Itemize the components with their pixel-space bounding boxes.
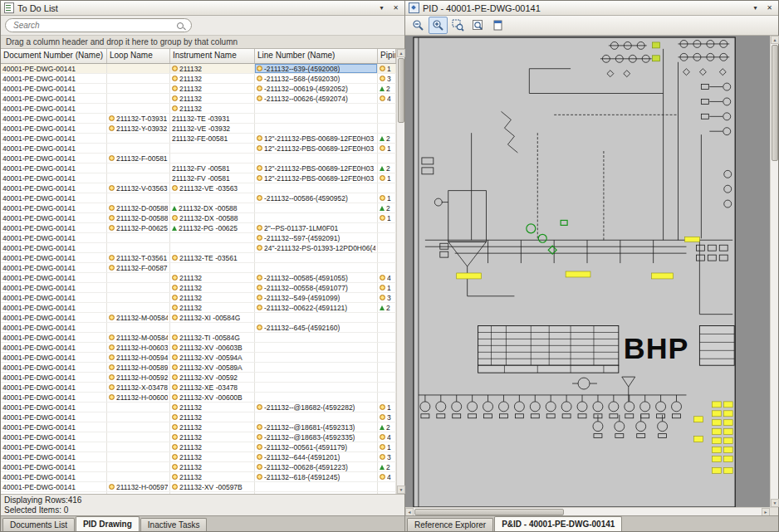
- table-row[interactable]: 40001-PE-DWG-00141211132-F-00581: [1, 154, 396, 164]
- grid-cell: [107, 193, 170, 203]
- table-row[interactable]: 40001-PE-DWG-00141211132-P-00625211132-P…: [1, 223, 396, 233]
- table-row[interactable]: 40001-PE-DWG-0014112"-211132-PBS-00689-1…: [1, 144, 396, 154]
- table-row[interactable]: 40001-PE-DWG-00141211132-H-00600211132-X…: [1, 393, 396, 403]
- scrollbar-thumb[interactable]: [398, 58, 404, 123]
- grid-cell: [378, 124, 396, 133]
- zoom-area-button[interactable]: [448, 17, 468, 34]
- table-row[interactable]: 40001-PE-DWG-00141211132-211132--00585-(…: [1, 273, 396, 283]
- group-by-bar[interactable]: Drag a column header and drop it here to…: [1, 35, 404, 49]
- table-row[interactable]: 40001-PE-DWG-00141211132-D-00588211132-D…: [1, 203, 396, 213]
- sun-icon: [257, 235, 262, 241]
- table-row[interactable]: 40001-PE-DWG-00141211132-H-00594211132-X…: [1, 353, 396, 363]
- table-row[interactable]: 40001-PE-DWG-00141211132-Y-03932211132-V…: [1, 124, 396, 134]
- grid-cell: -211132--00561-(4591179): [255, 442, 378, 451]
- table-row[interactable]: 40001-PE-DWG-00141211132-M-00584211132-X…: [1, 313, 396, 323]
- tab-reference-explorer[interactable]: Reference Explorer: [407, 518, 493, 531]
- table-row[interactable]: 40001-PE-DWG-00141211132-211132--@18681-…: [1, 422, 396, 432]
- table-row[interactable]: 40001-PE-DWG-001412111323: [1, 412, 396, 422]
- pin-icon[interactable]: ▾: [750, 2, 761, 13]
- table-row[interactable]: 40001-PE-DWG-00141211132-211132--@18682-…: [1, 403, 396, 412]
- scroll-up-icon[interactable]: ▲: [771, 36, 779, 44]
- cell-text: 1: [387, 144, 391, 153]
- canvas-vertical-scrollbar[interactable]: ▲ ▼: [770, 36, 778, 507]
- sun-icon: [380, 474, 385, 480]
- table-row[interactable]: 40001-PE-DWG-00141211132-T-03931211132-T…: [1, 114, 396, 124]
- close-icon[interactable]: ✕: [390, 2, 401, 13]
- table-row[interactable]: 40001-PE-DWG-00141211132-211132--00619-(…: [1, 84, 396, 94]
- grid-vertical-scrollbar[interactable]: ▲ ▼: [396, 49, 404, 494]
- cell-text: 12"-211132-PBS-00689-12FE0H03: [264, 144, 374, 153]
- scroll-up-icon[interactable]: ▲: [397, 49, 405, 57]
- table-row[interactable]: 40001-PE-DWG-00141211132-211132--549-(45…: [1, 293, 396, 303]
- green-up-icon: [380, 206, 385, 211]
- bhp-logo: BHP: [624, 332, 689, 365]
- sun-icon: [109, 115, 115, 121]
- table-row[interactable]: 40001-PE-DWG-00141211132-H-00592211132-X…: [1, 373, 396, 383]
- table-row[interactable]: 40001-PE-DWG-00141211132-211132--00628-(…: [1, 462, 396, 472]
- zoom-in-button[interactable]: [429, 17, 448, 34]
- table-row[interactable]: 40001-PE-DWG-00141-211132--597-(4592091): [1, 233, 396, 243]
- cell-text: 211132: [179, 95, 202, 103]
- table-row[interactable]: 40001-PE-DWG-00141211132-H-00597211132-X…: [1, 482, 396, 492]
- search-box[interactable]: [5, 18, 192, 32]
- column-header-0[interactable]: Document Number (Name): [1, 49, 107, 63]
- column-header-2[interactable]: Instrument Name: [170, 49, 255, 63]
- zoom-fit-button[interactable]: [468, 17, 487, 34]
- table-row[interactable]: 40001-PE-DWG-00141211132-211132--00561-(…: [1, 442, 396, 452]
- table-row[interactable]: 40001-PE-DWG-00141211132-F-00587: [1, 263, 396, 273]
- search-input[interactable]: [12, 20, 174, 31]
- table-row[interactable]: 40001-PE-DWG-00141211132-X-03478211132-X…: [1, 383, 396, 393]
- sun-icon: [257, 225, 262, 231]
- table-row[interactable]: 40001-PE-DWG-00141211132-T-03561211132-T…: [1, 253, 396, 263]
- cell-text: 40001-PE-DWG-00141: [2, 413, 76, 422]
- zoom-out-button[interactable]: [409, 17, 428, 34]
- table-row[interactable]: 40001-PE-DWG-00141211132-211132--618-(45…: [1, 472, 396, 482]
- cell-text: 211132-H-00594: [116, 354, 168, 362]
- sun-icon: [380, 66, 385, 71]
- table-row[interactable]: 40001-PE-DWG-00141-211132--00586-(459095…: [1, 193, 396, 203]
- cell-text: 211132-M-00584: [116, 334, 168, 342]
- canvas-horizontal-scrollbar[interactable]: ◄ ►: [405, 507, 778, 515]
- table-row[interactable]: 40001-PE-DWG-00141211132: [1, 104, 396, 114]
- pid-canvas[interactable]: BHP: [405, 36, 770, 507]
- table-row[interactable]: 40001-PE-DWG-00141211132-211132--@18683-…: [1, 432, 396, 442]
- grid-cell: 1: [378, 144, 396, 153]
- table-row[interactable]: 40001-PE-DWG-00141211132-211132--639-(45…: [1, 64, 396, 74]
- scroll-down-icon[interactable]: ▼: [771, 499, 779, 507]
- grid-cell: [107, 472, 170, 481]
- pin-icon[interactable]: ▾: [376, 2, 387, 13]
- cell-text: 211132-H-00600: [116, 393, 168, 402]
- table-row[interactable]: 40001-PE-DWG-00141211132-H-00589211132-X…: [1, 363, 396, 373]
- fit-page-button[interactable]: [488, 17, 507, 34]
- table-row[interactable]: 40001-PE-DWG-00141211132-FV -0058112"-21…: [1, 173, 396, 183]
- table-row[interactable]: 40001-PE-DWG-00141211132-211132--00622-(…: [1, 303, 396, 313]
- sun-icon: [109, 384, 115, 390]
- tab-pid-drawing[interactable]: PID Drawing: [76, 516, 140, 531]
- table-row[interactable]: 40001-PE-DWG-00141211132-M-00584211132-T…: [1, 333, 396, 343]
- table-row[interactable]: 40001-PE-DWG-00141211132-H-00603211132-X…: [1, 343, 396, 353]
- grid-cell: 40001-PE-DWG-00141: [1, 223, 107, 232]
- column-header-4[interactable]: Piping Po: [378, 49, 396, 63]
- table-row[interactable]: 40001-PE-DWG-00141211132-V-03563211132-V…: [1, 183, 396, 193]
- table-row[interactable]: 40001-PE-DWG-00141-211132--645-(4592160): [1, 323, 396, 333]
- table-row[interactable]: 40001-PE-DWG-00141211132-211132--644-(45…: [1, 452, 396, 462]
- scroll-down-icon[interactable]: ▼: [397, 486, 405, 494]
- column-header-1[interactable]: Loop Name: [107, 49, 170, 63]
- table-row[interactable]: 40001-PE-DWG-00141211132-D-00588211132-D…: [1, 213, 396, 223]
- scrollbar-thumb[interactable]: [414, 509, 564, 515]
- column-header-3[interactable]: Line Number (Name): [255, 49, 378, 63]
- tab-documents-list[interactable]: Documents List: [2, 518, 75, 531]
- scrollbar-thumb[interactable]: [772, 45, 778, 161]
- table-row[interactable]: 40001-PE-DWG-00141211132-211132--568-(45…: [1, 74, 396, 84]
- table-row[interactable]: 40001-PE-DWG-0014124"-211132-PS-01393-12…: [1, 243, 396, 253]
- table-row[interactable]: 40001-PE-DWG-00141211132-211132--00626-(…: [1, 94, 396, 104]
- table-row[interactable]: 40001-PE-DWG-00141211132-FE-0058112"-211…: [1, 134, 396, 144]
- grid-cell: 2: [378, 462, 396, 471]
- sun-icon: [257, 245, 262, 251]
- table-row[interactable]: 40001-PE-DWG-00141211132-FV -0058112"-21…: [1, 164, 396, 173]
- tab-p-id-40001-pe-dwg-00141[interactable]: P&ID - 40001-PE-DWG-00141: [494, 516, 622, 531]
- tab-inactive-tasks[interactable]: Inactive Tasks: [140, 518, 208, 531]
- cell-text: -211132--644-(4591201): [264, 453, 340, 461]
- close-icon[interactable]: ✕: [764, 2, 775, 13]
- table-row[interactable]: 40001-PE-DWG-00141211132-211132--00558-(…: [1, 283, 396, 293]
